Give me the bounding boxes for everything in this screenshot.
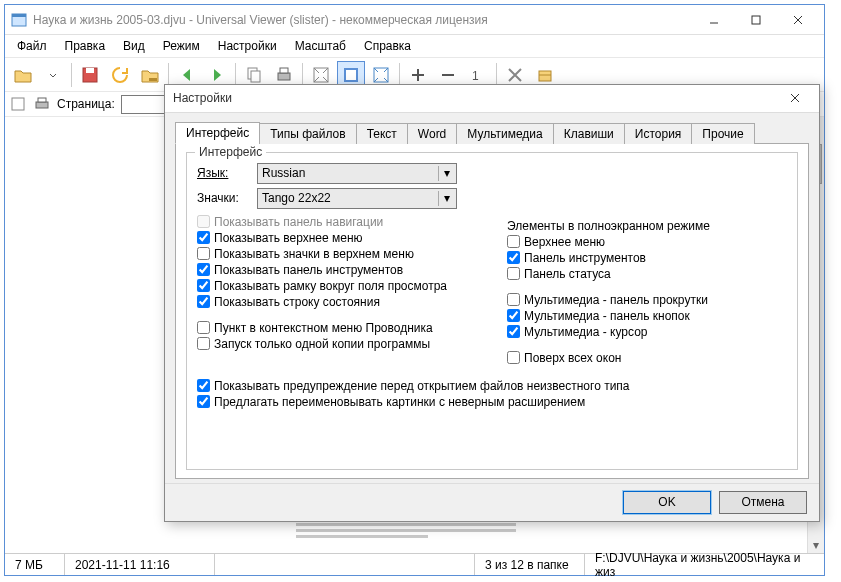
status-path: F:\DJVU\Наука и жизнь\2005\Наука и жиз <box>585 554 824 575</box>
tab-history[interactable]: История <box>624 123 693 144</box>
menu-help[interactable]: Справка <box>356 37 419 55</box>
left2-check-label-1: Запуск только одной копии программы <box>214 337 430 351</box>
settings-dialog: Настройки Интерфейс Типы файлов Текст Wo… <box>164 84 820 522</box>
close-button[interactable] <box>778 8 818 32</box>
svg-rect-3 <box>752 16 760 24</box>
left-column: Показывать панель навигацииПоказывать ве… <box>197 213 477 367</box>
left-check-4[interactable]: Показывать рамку вокруг поля просмотра <box>197 279 477 293</box>
left2-check-checkbox-1[interactable] <box>197 337 210 350</box>
toolbar2-icon-1[interactable] <box>9 95 27 113</box>
left-check-label-2: Показывать значки в верхнем меню <box>214 247 414 261</box>
left-check-checkbox-4[interactable] <box>197 279 210 292</box>
icons-label: Значки: <box>197 191 257 205</box>
svg-rect-23 <box>12 98 24 110</box>
left-check-3[interactable]: Показывать панель инструментов <box>197 263 477 277</box>
chevron-down-icon: ▾ <box>438 166 454 181</box>
right2-check-checkbox-1[interactable] <box>507 309 520 322</box>
menu-mode[interactable]: Режим <box>155 37 208 55</box>
dialog-close-button[interactable] <box>779 88 811 108</box>
right-check-checkbox-0[interactable] <box>507 235 520 248</box>
menu-view[interactable]: Вид <box>115 37 153 55</box>
window-title: Наука и жизнь 2005-03.djvu - Universal V… <box>33 13 694 27</box>
right-check-label-2: Панель статуса <box>524 267 611 281</box>
menu-edit[interactable]: Правка <box>57 37 114 55</box>
left-check-checkbox-3[interactable] <box>197 263 210 276</box>
svg-rect-1 <box>12 14 26 17</box>
open-dropdown-icon[interactable] <box>39 61 67 89</box>
group-legend: Интерфейс <box>195 145 266 159</box>
right-check-1[interactable]: Панель инструментов <box>507 251 787 265</box>
bottom-check-label-0: Показывать предупреждение перед открытие… <box>214 379 630 393</box>
left-check-0: Показывать панель навигации <box>197 215 477 229</box>
status-date: 2021-11-11 11:16 <box>65 554 215 575</box>
folder2-icon[interactable] <box>136 61 164 89</box>
left-check-1[interactable]: Показывать верхнее меню <box>197 231 477 245</box>
right2-check-1[interactable]: Мультимедиа - панель кнопок <box>507 309 787 323</box>
right-check-0[interactable]: Верхнее меню <box>507 235 787 249</box>
right2-check-checkbox-2[interactable] <box>507 325 520 338</box>
left-check-5[interactable]: Показывать строку состояния <box>197 295 477 309</box>
left2-check-1[interactable]: Запуск только одной копии программы <box>197 337 477 351</box>
lang-label: Язык: <box>197 166 257 180</box>
page-label: Страница: <box>57 97 115 111</box>
menu-zoom[interactable]: Масштаб <box>287 37 354 55</box>
statusbar: 7 МБ 2021-11-11 11:16 3 из 12 в папке F:… <box>5 553 824 575</box>
right-check-label-1: Панель инструментов <box>524 251 646 265</box>
tab-multimedia[interactable]: Мультимедиа <box>456 123 553 144</box>
svg-rect-12 <box>280 68 288 73</box>
right2-check-checkbox-0[interactable] <box>507 293 520 306</box>
right-check-label-0: Верхнее меню <box>524 235 605 249</box>
status-spacer <box>215 554 475 575</box>
right2-check-label-2: Мультимедиа - курсор <box>524 325 648 339</box>
right2-check-2[interactable]: Мультимедиа - курсор <box>507 325 787 339</box>
right3-check-checkbox-0[interactable] <box>507 351 520 364</box>
maximize-button[interactable] <box>736 8 776 32</box>
left2-check-label-0: Пункт в контекстном меню Проводника <box>214 321 433 335</box>
left2-check-checkbox-0[interactable] <box>197 321 210 334</box>
lang-combo[interactable]: Russian ▾ <box>257 163 457 184</box>
toolbar2-print-icon[interactable] <box>33 95 51 113</box>
menu-file[interactable]: Файл <box>9 37 55 55</box>
left-check-2[interactable]: Показывать значки в верхнем меню <box>197 247 477 261</box>
left2-check-0[interactable]: Пункт в контекстном меню Проводника <box>197 321 477 335</box>
right-check-checkbox-2[interactable] <box>507 267 520 280</box>
left-check-checkbox-1[interactable] <box>197 231 210 244</box>
scroll-down-icon[interactable]: ▾ <box>808 536 824 553</box>
right-check-2[interactable]: Панель статуса <box>507 267 787 281</box>
cancel-button[interactable]: Отмена <box>719 491 807 514</box>
bottom-check-checkbox-0[interactable] <box>197 379 210 392</box>
tab-keys[interactable]: Клавиши <box>553 123 625 144</box>
left-check-label-0: Показывать панель навигации <box>214 215 383 229</box>
menu-settings[interactable]: Настройки <box>210 37 285 55</box>
svg-rect-11 <box>278 73 290 80</box>
right3-check-label-0: Поверх всех окон <box>524 351 621 365</box>
minimize-button[interactable] <box>694 8 734 32</box>
tab-word[interactable]: Word <box>407 123 457 144</box>
right2-check-0[interactable]: Мультимедиа - панель прокрутки <box>507 293 787 307</box>
bottom-check-checkbox-1[interactable] <box>197 395 210 408</box>
bottom-check-0[interactable]: Показывать предупреждение перед открытие… <box>197 379 787 393</box>
right2-check-label-1: Мультимедиа - панель кнопок <box>524 309 690 323</box>
tab-interface[interactable]: Интерфейс <box>175 122 260 144</box>
ok-button[interactable]: OK <box>623 491 711 514</box>
status-size: 7 МБ <box>5 554 65 575</box>
open-icon[interactable] <box>9 61 37 89</box>
chevron-down-icon: ▾ <box>438 191 454 206</box>
save-icon[interactable] <box>76 61 104 89</box>
bottom-check-1[interactable]: Предлагать переименовывать картинки с не… <box>197 395 787 409</box>
left-check-label-1: Показывать верхнее меню <box>214 231 363 245</box>
left-check-checkbox-2[interactable] <box>197 247 210 260</box>
right-check-checkbox-1[interactable] <box>507 251 520 264</box>
right3-check-0[interactable]: Поверх всех окон <box>507 351 787 365</box>
svg-rect-7 <box>86 68 94 73</box>
lang-value: Russian <box>262 166 305 180</box>
right-column: Элементы в полноэкранном режиме Верхнее … <box>507 213 787 367</box>
tab-filetypes[interactable]: Типы файлов <box>259 123 356 144</box>
tab-other[interactable]: Прочие <box>691 123 754 144</box>
tab-text[interactable]: Текст <box>356 123 408 144</box>
icons-combo[interactable]: Tango 22x22 ▾ <box>257 188 457 209</box>
bottom-check-label-1: Предлагать переименовывать картинки с не… <box>214 395 585 409</box>
reload-icon[interactable] <box>106 61 134 89</box>
svg-rect-8 <box>149 78 157 81</box>
left-check-checkbox-5[interactable] <box>197 295 210 308</box>
